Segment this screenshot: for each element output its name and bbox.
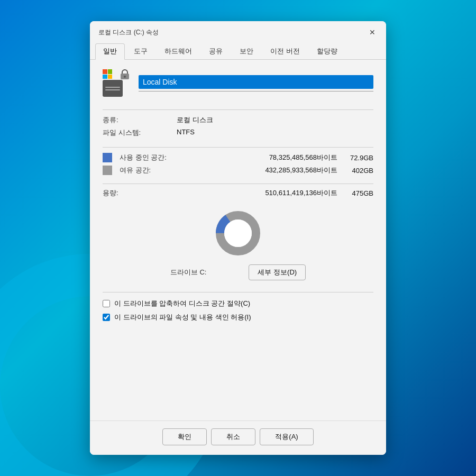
fs-value: NTFS (177, 128, 373, 138)
close-button[interactable]: ✕ (365, 26, 380, 38)
free-label: 여유 공간: (115, 166, 265, 175)
divider-4 (103, 292, 373, 292)
capacity-bytes: 510,611,419,136바이트 (177, 188, 346, 198)
used-size: 72.9GB (346, 154, 373, 162)
svg-point-2 (224, 219, 252, 247)
space-table: 사용 중인 공간: 78,325,485,568바이트 72.9GB 여유 공간… (103, 153, 373, 175)
capacity-size: 475GB (346, 189, 373, 197)
lock-icon (120, 69, 130, 81)
used-bytes: 78,325,485,568바이트 (265, 153, 346, 162)
donut-chart-row (103, 209, 373, 257)
tab-general[interactable]: 일반 (95, 43, 125, 60)
free-size: 402GB (346, 167, 373, 175)
hdd-icon (103, 80, 123, 97)
used-color-box (103, 153, 112, 162)
tab-hardware[interactable]: 하드웨어 (157, 43, 200, 59)
title-bar-text: 로컬 디스크 (C:) 속성 (98, 28, 159, 37)
windows-logo-icon (103, 69, 112, 79)
free-color-box (103, 166, 112, 175)
disk-name-wrapper (139, 75, 373, 91)
drive-icon (103, 69, 130, 97)
disk-name-input[interactable] (139, 75, 373, 89)
indexing-checkbox[interactable] (103, 314, 110, 321)
capacity-row: 용량: 510,611,419,136바이트 475GB (103, 188, 373, 198)
compress-checkbox-row: 이 드라이브를 압축하여 디스크 공간 절약(C) (103, 299, 373, 308)
disk-info-table: 종류: 로컬 디스크 파일 시스템: NTFS (103, 115, 373, 138)
cancel-button[interactable]: 취소 (211, 428, 255, 445)
properties-dialog: 로컬 디스크 (C:) 속성 ✕ 일반 도구 하드웨어 공유 보안 이전 버전 … (90, 21, 386, 455)
indexing-checkbox-row: 이 드라이브의 파일 속성 및 내용 색인 허용(I) (103, 313, 373, 322)
compress-label[interactable]: 이 드라이브를 압축하여 디스크 공간 절약(C) (114, 299, 250, 308)
divider-1 (103, 109, 373, 110)
compress-checkbox[interactable] (103, 300, 110, 307)
ok-button[interactable]: 확인 (162, 428, 207, 445)
icon-name-row (103, 69, 373, 97)
fs-label: 파일 시스템: (103, 128, 177, 138)
tab-security[interactable]: 보안 (232, 43, 261, 59)
tab-bar: 일반 도구 하드웨어 공유 보안 이전 버전 할당량 (90, 40, 386, 60)
button-bar: 확인 취소 적용(A) (90, 420, 386, 455)
divider-2 (103, 147, 373, 148)
used-label: 사용 중인 공간: (115, 153, 265, 162)
details-button[interactable]: 세부 정보(D) (249, 264, 306, 280)
indexing-label[interactable]: 이 드라이브의 파일 속성 및 내용 색인 허용(I) (114, 313, 251, 322)
type-value: 로컬 디스크 (177, 115, 373, 125)
tab-quota[interactable]: 할당량 (309, 43, 345, 59)
drive-label-row: 드라이브 C: 세부 정보(D) (103, 264, 373, 280)
capacity-label: 용량: (103, 188, 177, 198)
divider-3 (103, 184, 373, 184)
apply-button[interactable]: 적용(A) (260, 428, 313, 445)
tab-sharing[interactable]: 공유 (201, 43, 231, 59)
free-bytes: 432,285,933,568바이트 (265, 166, 346, 175)
tab-previous-versions[interactable]: 이전 버전 (262, 43, 308, 59)
title-bar: 로컬 디스크 (C:) 속성 ✕ (90, 21, 386, 40)
type-label: 종류: (103, 115, 177, 125)
content-area: 종류: 로컬 디스크 파일 시스템: NTFS 사용 중인 공간: 78,325… (90, 60, 386, 420)
donut-chart (214, 209, 262, 257)
drive-label-text: 드라이브 C: (170, 268, 207, 277)
tab-tools[interactable]: 도구 (126, 43, 155, 59)
